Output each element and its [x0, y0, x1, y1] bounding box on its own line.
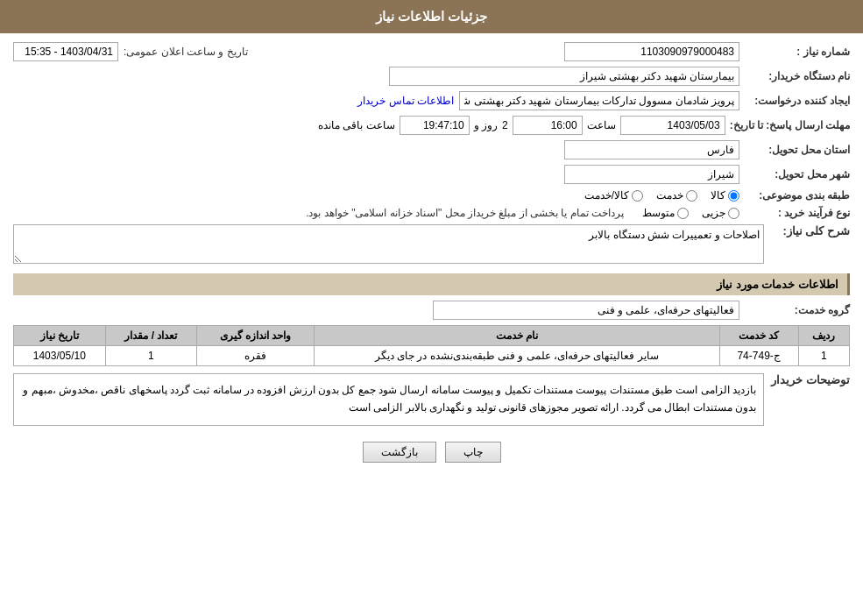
category-khedmat-item: خدمت — [656, 189, 697, 202]
button-row: چاپ بازگشت — [13, 433, 850, 471]
need-desc-row: شرح کلی نیاز: اصلاحات و تعمییرات شش دستگ… — [13, 224, 850, 266]
purchase-type-radio-group: جزیی متوسط — [642, 207, 739, 219]
cell-qty: 1 — [105, 346, 196, 366]
deadline-date-input[interactable] — [620, 116, 725, 135]
service-group-input[interactable] — [433, 301, 739, 320]
buyer-notes-text: بازدید الزامی است طبق مستندات پیوست مستن… — [23, 384, 756, 414]
requester-row: ایجاد کننده درخواست: اطلاعات تماس خریدار — [13, 91, 850, 110]
purchase-mota-label: متوسط — [642, 207, 675, 219]
remaining-suffix: ساعت باقی مانده — [318, 119, 395, 131]
purchase-mota-item: متوسط — [642, 207, 689, 219]
purchase-jozi-label: جزیی — [702, 207, 725, 219]
need-number-row: شماره نیاز : تاریخ و ساعت اعلان عمومی: — [13, 42, 850, 61]
cell-code: ج-749-74 — [719, 346, 798, 366]
time-label: ساعت — [587, 119, 616, 131]
col-code: کد خدمت — [719, 326, 798, 346]
table-row: 1 ج-749-74 سایر فعالیتهای حرفه‌ای، علمی … — [14, 346, 850, 366]
need-desc-container: اصلاحات و تعمییرات شش دستگاه بالابر — [13, 224, 764, 266]
category-khedmat-radio[interactable] — [686, 190, 697, 202]
city-label: شهر محل تحویل: — [745, 168, 850, 181]
col-name: نام خدمت — [314, 326, 719, 346]
col-unit: واحد اندازه گیری — [197, 326, 315, 346]
need-desc-textarea[interactable]: اصلاحات و تعمییرات شش دستگاه بالابر — [13, 224, 764, 264]
service-group-label: گروه خدمت: — [745, 304, 850, 316]
service-table: ردیف کد خدمت نام خدمت واحد اندازه گیری ت… — [13, 325, 850, 366]
main-content: شماره نیاز : تاریخ و ساعت اعلان عمومی: ن… — [0, 33, 863, 480]
days-label: 2 — [502, 119, 508, 131]
print-button[interactable]: چاپ — [445, 442, 501, 463]
cell-unit: فقره — [197, 346, 315, 366]
contact-link[interactable]: اطلاعات تماس خریدار — [357, 95, 454, 107]
days-suffix: روز و — [474, 119, 498, 131]
remaining-time-input[interactable] — [400, 116, 470, 135]
need-number-label: شماره نیاز : — [745, 46, 850, 58]
purchase-type-row: نوع فرآیند خرید : جزیی متوسط پرداخت تمام… — [13, 207, 850, 219]
city-input[interactable] — [564, 165, 739, 184]
purchase-jozi-radio[interactable] — [728, 208, 739, 219]
requester-input[interactable] — [459, 91, 739, 110]
page-title: جزئیات اطلاعات نیاز — [376, 9, 487, 24]
purchase-jozi-item: جزیی — [702, 207, 739, 219]
category-kala-item: کالا — [711, 189, 739, 202]
category-kala-label: کالا — [711, 189, 725, 202]
need-number-input[interactable] — [564, 42, 739, 61]
cell-date: 1403/05/10 — [14, 346, 106, 366]
dept-name-row: نام دستگاه خریدار: — [13, 67, 850, 86]
page-wrapper: جزئیات اطلاعات نیاز شماره نیاز : تاریخ و… — [0, 0, 863, 616]
buyer-notes-box: بازدید الزامی است طبق مستندات پیوست مستن… — [13, 373, 764, 426]
purchase-type-label: نوع فرآیند خرید : — [745, 207, 850, 219]
purchase-note: پرداخت تمام یا بخشی از مبلغ خریداز محل "… — [306, 207, 624, 219]
category-row: طبقه بندی موضوعی: کالا خدمت کالا/خدمت — [13, 189, 850, 202]
service-section-header: اطلاعات خدمات مورد نیاز — [13, 273, 850, 295]
page-header: جزئیات اطلاعات نیاز — [0, 0, 863, 33]
announce-date-input[interactable] — [13, 42, 118, 61]
deadline-label: مهلت ارسال پاسخ: تا تاریخ: — [730, 119, 850, 131]
city-row: شهر محل تحویل: — [13, 165, 850, 184]
category-both-item: کالا/خدمت — [584, 189, 643, 202]
col-row: ردیف — [798, 326, 849, 346]
dept-name-input[interactable] — [389, 67, 739, 86]
category-kala-radio[interactable] — [728, 190, 739, 202]
category-label: طبقه بندی موضوعی: — [745, 189, 850, 202]
col-qty: تعداد / مقدار — [105, 326, 196, 346]
requester-label: ایجاد کننده درخواست: — [745, 95, 850, 107]
buyer-notes-label: توضیحات خریدار — [771, 373, 850, 386]
announce-date-label: تاریخ و ساعت اعلان عمومی: — [124, 46, 248, 58]
province-input[interactable] — [564, 140, 739, 159]
province-label: استان محل تحویل: — [745, 144, 850, 156]
need-desc-label: شرح کلی نیاز: — [771, 224, 850, 237]
service-group-row: گروه خدمت: — [13, 301, 850, 320]
purchase-mota-radio[interactable] — [677, 208, 689, 219]
deadline-row: مهلت ارسال پاسخ: تا تاریخ: ساعت 2 روز و … — [13, 116, 850, 135]
province-row: استان محل تحویل: — [13, 140, 850, 159]
category-radio-group: کالا خدمت کالا/خدمت — [584, 189, 739, 202]
category-both-radio[interactable] — [632, 190, 643, 202]
dept-name-label: نام دستگاه خریدار: — [745, 70, 850, 82]
deadline-time-input[interactable] — [513, 116, 583, 135]
category-khedmat-label: خدمت — [656, 189, 683, 202]
back-button[interactable]: بازگشت — [363, 442, 436, 463]
category-both-label: کالا/خدمت — [584, 189, 629, 202]
buyer-notes-row: توضیحات خریدار بازدید الزامی است طبق مست… — [13, 373, 850, 426]
cell-row: 1 — [798, 346, 849, 366]
cell-name: سایر فعالیتهای حرفه‌ای، علمی و فنی طبقه‌… — [314, 346, 719, 366]
col-date: تاریخ نیاز — [14, 326, 106, 346]
